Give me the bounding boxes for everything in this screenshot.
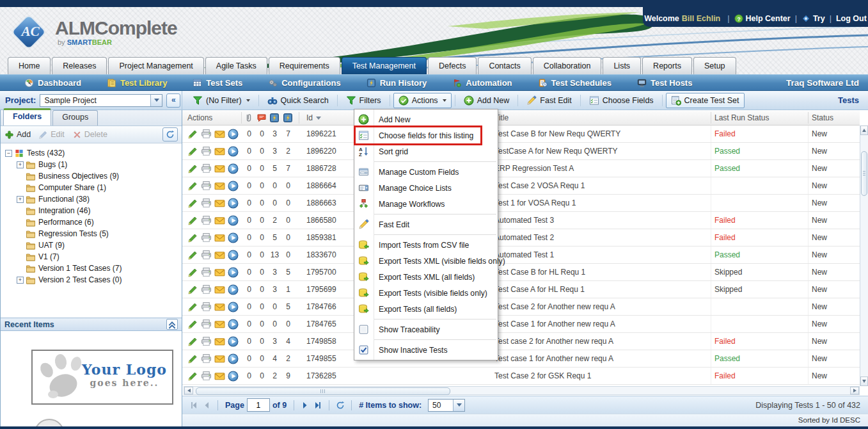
run-column-icon[interactable] xyxy=(269,113,280,123)
tree-refresh-button[interactable] xyxy=(162,127,178,142)
row-run-icon[interactable] xyxy=(228,319,239,330)
subnav-item-test-hosts[interactable]: Test Hosts xyxy=(637,78,693,88)
menu-item-export-tests-visible-fields-only[interactable]: Export Tests (visible fields only) xyxy=(354,285,498,301)
tree-node-tests-432[interactable]: −Tests (432) xyxy=(1,147,182,159)
menu-item-manage-workflows[interactable]: Manage Workflows xyxy=(354,196,498,212)
sidebar-tab-groups[interactable]: Groups xyxy=(52,110,98,125)
test-row[interactable]: 00371896221Test Case B for New Requ QWER… xyxy=(182,125,860,143)
row-edit-icon[interactable] xyxy=(187,163,198,174)
subnav-item-test-sets[interactable]: Test Sets xyxy=(193,78,242,88)
subnav-item-test-library[interactable]: Test Library xyxy=(107,78,167,88)
subnav-item-run-history[interactable]: Run History xyxy=(367,78,427,88)
menu-item-choose-fields-for-this-listing[interactable]: Choose fields for this listing xyxy=(354,127,498,143)
grid-refresh-button[interactable] xyxy=(336,401,345,410)
test-row[interactable]: 00291736285Test Case 2 for GSK Requ 1Fai… xyxy=(182,368,860,385)
row-print-icon[interactable] xyxy=(201,198,212,209)
row-run-icon[interactable] xyxy=(228,129,239,140)
menu-item-add-new[interactable]: Add New xyxy=(354,111,498,127)
subnav-item-automation[interactable]: Automation xyxy=(452,78,512,88)
tree-node-version-2-test-cases-0[interactable]: +Version 2 Test Cases (0) xyxy=(1,274,182,286)
actions-button[interactable]: Actions xyxy=(393,93,452,108)
row-email-icon[interactable] xyxy=(214,215,225,226)
recent-items-collapse-button[interactable] xyxy=(166,319,178,330)
tree-node-performance-6[interactable]: Performance (6) xyxy=(1,216,182,228)
menu-item-export-tests-all-fields[interactable]: Export Tests (all fields) xyxy=(354,301,498,317)
test-row[interactable]: 00571886728ERP Regression Test APassedNe… xyxy=(182,160,860,177)
tree-node-v1-7[interactable]: V1 (7) xyxy=(1,251,182,263)
run2-column-icon[interactable] xyxy=(283,113,293,123)
row-edit-icon[interactable] xyxy=(187,336,198,347)
subnav-item-test-schedules[interactable]: Test Schedules xyxy=(538,78,612,88)
paperclip-column-icon[interactable] xyxy=(244,113,254,123)
row-edit-icon[interactable] xyxy=(187,250,198,261)
row-email-icon[interactable] xyxy=(214,319,225,330)
row-print-icon[interactable] xyxy=(201,353,212,364)
menu-item-import-tests-from-csv-file[interactable]: Import Tests from CSV file xyxy=(354,237,498,253)
row-edit-icon[interactable] xyxy=(187,198,198,209)
project-select-caret[interactable] xyxy=(150,95,162,106)
tab-requirements[interactable]: Requirements xyxy=(269,57,340,74)
tab-home[interactable]: Home xyxy=(8,57,51,74)
row-edit-icon[interactable] xyxy=(187,146,198,157)
row-edit-icon[interactable] xyxy=(187,319,198,330)
menu-item-show-inactive-tests[interactable]: Show Inactive Tests xyxy=(354,342,498,358)
row-print-icon[interactable] xyxy=(201,146,212,157)
tree-node-business-objectives-9[interactable]: Business Objectives (9) xyxy=(1,170,182,182)
no-filter-button[interactable]: (No Filter) xyxy=(187,93,255,108)
subnav-item-configurations[interactable]: Configurations xyxy=(268,78,340,88)
tab-contacts[interactable]: Contacts xyxy=(478,57,531,74)
row-email-icon[interactable] xyxy=(214,336,225,347)
test-row[interactable]: 00201866580Automated Test 3FailedNew xyxy=(182,212,860,229)
scroll-left-button[interactable] xyxy=(184,387,193,394)
row-run-icon[interactable] xyxy=(228,181,239,191)
tab-defects[interactable]: Defects xyxy=(428,57,477,74)
add-new-button[interactable]: Add New xyxy=(459,93,515,108)
row-edit-icon[interactable] xyxy=(187,371,198,382)
row-run-icon[interactable] xyxy=(228,336,239,347)
test-row[interactable]: 00001784765Test Case 1 for Another new r… xyxy=(182,316,860,333)
row-print-icon[interactable] xyxy=(201,163,212,174)
menu-item-sort-grid[interactable]: AZSort grid xyxy=(354,143,498,159)
folder-add-button[interactable]: Add xyxy=(4,130,31,140)
column-header-status[interactable]: Status xyxy=(812,110,833,125)
row-run-icon[interactable] xyxy=(228,250,239,261)
row-run-icon[interactable] xyxy=(228,163,239,174)
row-email-icon[interactable] xyxy=(214,371,225,382)
tab-reports[interactable]: Reports xyxy=(642,57,692,74)
tree-node-integration-46[interactable]: Integration (46) xyxy=(1,205,182,216)
horizontal-scroll-thumb[interactable] xyxy=(196,387,450,395)
test-row[interactable]: 00051784766Test Case 2 for Another new r… xyxy=(182,298,860,316)
column-header-id[interactable]: Id xyxy=(306,110,321,125)
tab-agile-tasks[interactable]: Agile Tasks xyxy=(205,57,267,74)
test-row[interactable]: 00001886663Test 1 for VOSA Requ 1New xyxy=(182,195,860,212)
column-header-last-run[interactable]: Last Run Status xyxy=(714,110,769,125)
row-print-icon[interactable] xyxy=(201,302,212,312)
help-center-link[interactable]: Help Center xyxy=(746,14,791,23)
tree-expand-box[interactable]: + xyxy=(17,277,24,284)
horizontal-scrollbar[interactable] xyxy=(184,386,860,395)
row-run-icon[interactable] xyxy=(228,353,239,364)
folder-edit-button[interactable]: Edit xyxy=(38,130,65,140)
comment-column-icon[interactable] xyxy=(256,113,267,123)
row-print-icon[interactable] xyxy=(201,232,212,243)
row-edit-icon[interactable] xyxy=(187,129,198,140)
row-edit-icon[interactable] xyxy=(187,284,198,295)
row-email-icon[interactable] xyxy=(214,181,225,191)
scroll-up-button[interactable] xyxy=(860,125,868,135)
row-run-icon[interactable] xyxy=(228,146,239,157)
test-row[interactable]: 00421749855Test case 1 for Another new r… xyxy=(182,350,860,368)
sidebar-tab-folders[interactable]: Folders xyxy=(3,108,51,125)
create-test-set-button[interactable]: Create Test Set xyxy=(666,93,745,108)
try-link[interactable]: Try xyxy=(813,14,825,23)
row-email-icon[interactable] xyxy=(214,163,225,174)
row-email-icon[interactable] xyxy=(214,353,225,364)
tree-node-bugs-1[interactable]: +Bugs (1) xyxy=(1,159,182,170)
tree-expand-box[interactable]: + xyxy=(17,161,24,168)
prev-page-button[interactable] xyxy=(202,401,211,410)
row-run-icon[interactable] xyxy=(228,267,239,278)
row-print-icon[interactable] xyxy=(201,267,212,278)
tree-collapse-box[interactable]: − xyxy=(5,150,12,157)
row-email-icon[interactable] xyxy=(214,198,225,209)
test-row[interactable]: 00311795699Test Case A for HL Requ 1Skip… xyxy=(182,281,860,298)
row-edit-icon[interactable] xyxy=(187,353,198,364)
